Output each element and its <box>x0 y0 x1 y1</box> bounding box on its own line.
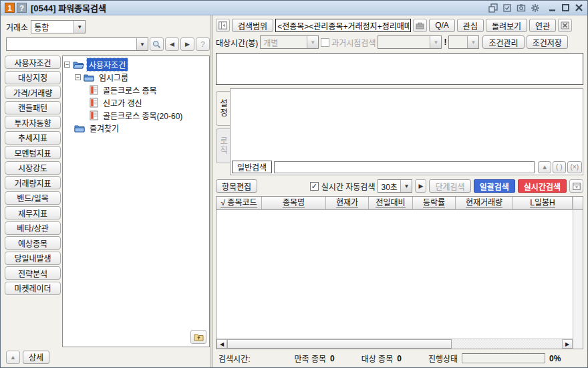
related-button[interactable]: 연관 <box>529 19 556 32</box>
col-header-name[interactable]: 종목명 <box>262 197 326 210</box>
tree-node-condition[interactable]: 골든크로스 종목(20-60) <box>64 109 208 122</box>
tree-node-label[interactable]: 골든크로스 종목 <box>101 84 159 96</box>
category-expected-stocks[interactable]: 예상종목 <box>5 236 61 250</box>
nav-back-button[interactable]: ◀ <box>165 37 179 51</box>
help-button[interactable]: ? <box>196 37 210 51</box>
excel-export-icon[interactable] <box>558 19 572 32</box>
detail-button[interactable]: 상세 <box>23 351 49 364</box>
col-header-volume[interactable]: 현재거래량 <box>456 197 513 210</box>
tree-node-label[interactable]: 사용자조건 <box>87 58 128 71</box>
replay-button[interactable]: 돌려보기 <box>486 19 527 32</box>
stock-code-combo[interactable]: ▼ <box>6 37 148 51</box>
tree-node-temp-group[interactable]: − 임시그룹 <box>64 71 208 84</box>
col-header-change[interactable]: 전일대비 <box>369 197 413 210</box>
category-price-volume[interactable]: 가격/거래량 <box>5 86 61 99</box>
vertical-scrollbar[interactable] <box>573 197 583 349</box>
nav-forward-button[interactable]: ▶ <box>180 37 194 51</box>
tree-node-condition[interactable]: 신고가 갱신 <box>64 96 208 109</box>
condition-save-button[interactable]: 조건저장 <box>527 35 568 49</box>
batch-search-button[interactable]: 일괄검색 <box>474 179 515 193</box>
screen-copy-icon[interactable] <box>502 3 512 13</box>
realtime-auto-checkbox[interactable]: ✓ <box>310 182 319 191</box>
category-candle-pattern[interactable]: 캔들패턴 <box>5 101 61 114</box>
col-header-code[interactable]: √ 종목코드 <box>216 197 262 210</box>
tab-logic[interactable]: 로직 <box>216 128 230 163</box>
interest-button[interactable]: 관심 <box>457 19 484 32</box>
category-market-radar[interactable]: 마켓레이더 <box>5 282 61 295</box>
col-header-daily-range[interactable]: L일봉H <box>513 197 573 210</box>
category-user-condition[interactable]: 사용자조건 <box>5 56 61 69</box>
tree-node-label[interactable]: 신고가 갱신 <box>101 96 144 109</box>
add-paren-button[interactable]: ( ) <box>553 161 565 173</box>
past-search-checkbox[interactable] <box>321 38 329 47</box>
category-strategy-analysis[interactable]: 전략분석 <box>5 266 61 280</box>
category-trend-indicator[interactable]: 추세지표 <box>5 131 61 145</box>
condition-doc-icon <box>90 85 98 95</box>
settings-canvas <box>231 89 583 160</box>
matched-label: 만족 종목 <box>295 353 327 364</box>
matched-count: 0 <box>330 354 335 363</box>
tree-node-label[interactable]: 임시그룹 <box>97 71 130 84</box>
capture-icon[interactable] <box>517 3 526 13</box>
dropdown-arrow-icon[interactable]: ▼ <box>136 38 148 50</box>
expression-up-button[interactable]: ▲ <box>538 161 551 173</box>
exchange-select[interactable]: 통합 ▼ <box>31 20 86 33</box>
category-investor-trend[interactable]: 투자자동향 <box>5 116 61 129</box>
group-folder-button[interactable] <box>190 330 206 344</box>
tree-node-label[interactable]: 골든크로스 종목(20-60) <box>101 109 184 122</box>
category-market-strength[interactable]: 시장강도 <box>5 161 61 175</box>
results-grid: √ 종목코드 종목명 현재가 전일대비 등락률 현재거래량 L일봉H ◀ ▶ <box>216 196 583 349</box>
col-header-price[interactable]: 현재가 <box>326 197 369 210</box>
category-intraday-occurrence[interactable]: 당일내발생 <box>5 252 61 265</box>
category-momentum-indicator[interactable]: 모멘텀지표 <box>5 146 61 159</box>
run-step-arrow-button[interactable]: ▶ <box>415 179 426 193</box>
toolbox-icon[interactable] <box>413 19 427 32</box>
tab-settings[interactable]: 설정 <box>216 91 230 126</box>
category-band-ichimoku[interactable]: 밴드/일목 <box>5 191 61 205</box>
target-time-label: 대상시간(봉) <box>216 37 258 48</box>
scroll-left-icon[interactable]: ◀ <box>216 339 227 349</box>
tree-node-condition[interactable]: 골든크로스 종목 <box>64 84 208 96</box>
new-window-icon[interactable] <box>488 3 498 13</box>
col-header-rate[interactable]: 등락률 <box>413 197 456 210</box>
scroll-right-icon[interactable]: ▶ <box>562 339 573 349</box>
left-panel: 거래소 통합 ▼ ▼ ◀ ▶ ? 사용자조건 <box>1 15 210 367</box>
category-volume-indicator[interactable]: 거래량지표 <box>5 176 61 189</box>
search-range-button[interactable]: 검색범위 <box>232 19 273 32</box>
category-target[interactable]: 대상지정 <box>5 71 61 84</box>
expression-input[interactable] <box>274 161 535 173</box>
step-search-button: 단계검색 <box>429 179 470 193</box>
condition-display-box <box>216 53 583 85</box>
collapse-left-panel-button[interactable] <box>216 19 230 32</box>
tree-node-label[interactable]: 즐겨찾기 <box>88 122 121 134</box>
dropdown-arrow-icon: ▼ <box>307 36 318 48</box>
exchange-label: 거래소 <box>6 21 28 33</box>
maximize-icon[interactable] <box>561 3 570 12</box>
realtime-auto-label: 실시간 자동검색 <box>321 181 376 192</box>
tree-node-user-condition[interactable]: − 사용자조건 <box>64 58 208 71</box>
edit-items-button[interactable]: 항목편집 <box>216 179 257 193</box>
collapse-up-button[interactable]: ▲ <box>6 351 20 364</box>
stock-search-button[interactable] <box>150 37 164 51</box>
settings-gear-icon[interactable] <box>531 3 540 13</box>
general-search-tab[interactable]: 일반검색 <box>232 161 272 173</box>
qa-button[interactable]: Q/A <box>429 19 455 32</box>
remove-paren-button[interactable]: (×) <box>567 161 583 173</box>
tree-node-favorites[interactable]: 즐겨찾기 <box>64 122 208 134</box>
minimize-icon[interactable] <box>548 3 557 12</box>
tree-collapse-icon[interactable]: − <box>64 62 70 68</box>
expand-results-button[interactable] <box>569 179 583 193</box>
condition-manage-button[interactable]: 조건관리 <box>482 35 524 49</box>
category-financial-indicator[interactable]: 재무지표 <box>5 206 61 219</box>
horizontal-scrollbar[interactable]: ◀ ▶ <box>216 339 573 349</box>
close-icon[interactable] <box>575 3 583 12</box>
interval-select[interactable]: 30초 ▼ <box>378 179 412 193</box>
dropdown-arrow-icon[interactable]: ▼ <box>74 21 85 33</box>
search-range-input[interactable] <box>275 19 411 32</box>
dropdown-arrow-icon[interactable]: ▼ <box>400 180 412 192</box>
horizontal-scroll-thumb[interactable] <box>227 339 452 349</box>
tree-collapse-icon[interactable]: − <box>75 74 81 80</box>
category-beta-correlation[interactable]: 베타/상관 <box>5 221 61 235</box>
realtime-search-button[interactable]: 실시간검색 <box>518 179 567 193</box>
help-badge-icon[interactable]: ? <box>17 3 27 13</box>
